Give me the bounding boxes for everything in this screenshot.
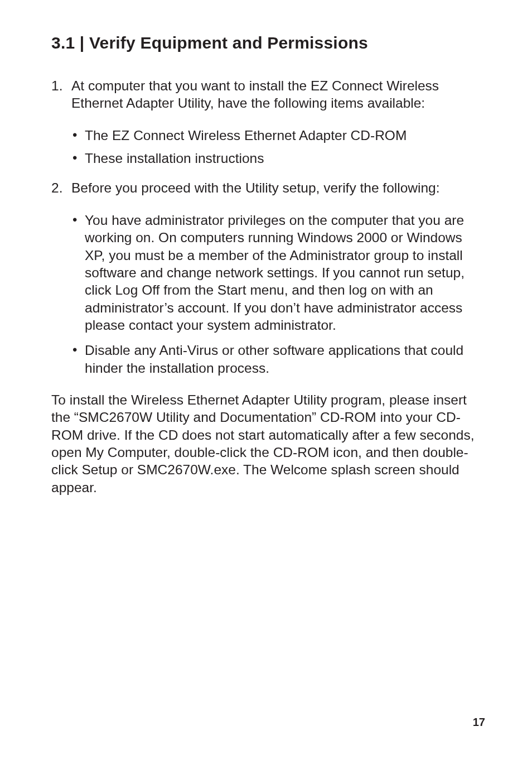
list-item-text: At computer that you want to install the… (71, 78, 439, 110)
list-item: At computer that you want to install the… (51, 77, 485, 167)
list-item-text: Before you proceed with the Utility setu… (71, 180, 439, 195)
sub-list-item: Disable any Anti-Virus or other software… (71, 341, 485, 377)
sub-list-item: You have administrator privileges on the… (71, 211, 485, 334)
page-content: 3.1 | Verify Equipment and Permissions A… (0, 0, 532, 496)
page-number: 17 (473, 716, 485, 729)
ordered-list: At computer that you want to install the… (51, 77, 485, 377)
list-item: Before you proceed with the Utility setu… (51, 179, 485, 377)
sub-list: You have administrator privileges on the… (71, 211, 485, 377)
sub-list-item: The EZ Connect Wireless Ethernet Adapter… (71, 127, 485, 144)
sub-list: The EZ Connect Wireless Ethernet Adapter… (71, 127, 485, 167)
section-heading: 3.1 | Verify Equipment and Permissions (51, 33, 485, 52)
sub-list-item: These installation instructions (71, 150, 485, 167)
body-paragraph: To install the Wireless Ethernet Adapter… (51, 391, 485, 496)
